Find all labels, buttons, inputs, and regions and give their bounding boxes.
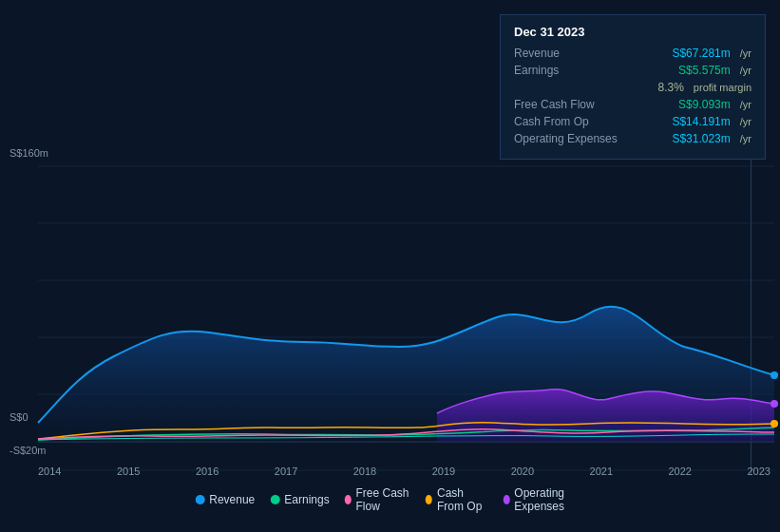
tooltip-row-opex: Operating Expenses S$31.023m /yr — [514, 132, 751, 145]
x-label-2019: 2019 — [432, 466, 455, 477]
cashop-endpoint — [770, 420, 778, 428]
tooltip-value-revenue: S$67.281m — [672, 47, 730, 60]
revenue-endpoint — [770, 371, 778, 379]
tooltip-value-fcf: S$9.093m — [678, 98, 731, 111]
legend-dot-earnings — [270, 495, 279, 504]
x-label-2017: 2017 — [275, 466, 297, 477]
x-label-2022: 2022 — [669, 466, 692, 477]
x-label-2018: 2018 — [353, 466, 376, 477]
tooltip-label-opex: Operating Expenses — [514, 132, 662, 145]
legend-dot-revenue — [195, 495, 204, 504]
legend-item-revenue[interactable]: Revenue — [195, 493, 255, 506]
legend-dot-cashop — [426, 495, 432, 504]
tooltip-value-margin: 8.3% — [658, 81, 684, 94]
legend-item-opex[interactable]: Operating Expenses — [503, 486, 584, 513]
tooltip-date: Dec 31 2023 — [514, 25, 751, 39]
tooltip-value-cashop: S$14.191m — [672, 115, 730, 128]
legend-label-earnings: Earnings — [284, 493, 329, 506]
legend: Revenue Earnings Free Cash Flow Cash Fro… — [195, 486, 585, 513]
legend-item-cashop[interactable]: Cash From Op — [426, 486, 487, 513]
x-label-2016: 2016 — [196, 466, 219, 477]
tooltip-row-fcf: Free Cash Flow S$9.093m /yr — [514, 98, 751, 111]
chart-svg — [0, 147, 780, 489]
tooltip-box: Dec 31 2023 Revenue S$67.281m /yr Earnin… — [500, 14, 766, 160]
x-label-2021: 2021 — [590, 466, 613, 477]
tooltip-value-earnings: S$5.575m — [678, 64, 731, 77]
tooltip-row-cashop: Cash From Op S$14.191m /yr — [514, 115, 751, 128]
tooltip-value-opex: S$31.023m — [672, 132, 730, 145]
tooltip-row-margin: 8.3% profit margin — [514, 81, 751, 94]
legend-dot-fcf — [345, 495, 352, 504]
x-label-2020: 2020 — [511, 466, 534, 477]
legend-item-earnings[interactable]: Earnings — [270, 493, 329, 506]
legend-label-cashop: Cash From Op — [437, 486, 488, 513]
legend-label-opex: Operating Expenses — [514, 486, 584, 513]
x-label-2015: 2015 — [117, 466, 140, 477]
tooltip-row-revenue: Revenue S$67.281m /yr — [514, 47, 751, 60]
opex-endpoint — [770, 400, 778, 408]
chart-container: Dec 31 2023 Revenue S$67.281m /yr Earnin… — [0, 0, 780, 532]
legend-label-fcf: Free Cash Flow — [355, 486, 410, 513]
x-label-2023: 2023 — [747, 466, 770, 477]
x-label-2014: 2014 — [38, 466, 61, 477]
legend-dot-opex — [503, 495, 509, 504]
legend-item-fcf[interactable]: Free Cash Flow — [345, 486, 411, 513]
legend-label-revenue: Revenue — [209, 493, 255, 506]
tooltip-label-earnings: Earnings — [514, 64, 669, 77]
tooltip-label-revenue: Revenue — [514, 47, 662, 60]
tooltip-label-fcf: Free Cash Flow — [514, 98, 669, 111]
tooltip-row-earnings: Earnings S$5.575m /yr — [514, 64, 751, 77]
x-axis: 2014 2015 2016 2017 2018 2019 2020 2021 … — [38, 466, 770, 477]
tooltip-label-cashop: Cash From Op — [514, 115, 662, 128]
